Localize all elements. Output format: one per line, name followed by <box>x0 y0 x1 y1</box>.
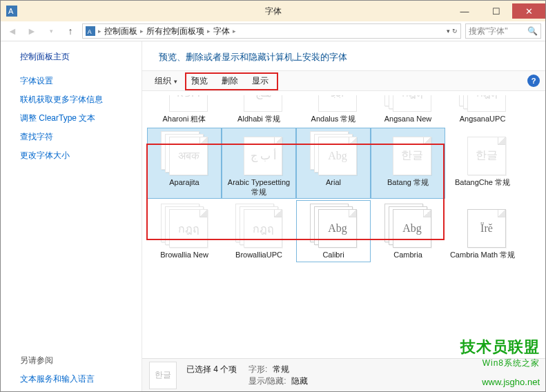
font-item[interactable]: 한글Batang 常规 <box>371 128 445 199</box>
sidebar-link[interactable]: 查找字符 <box>20 131 129 143</box>
control-panel-home[interactable]: 控制面板主页 <box>20 51 129 63</box>
font-thumbnail: هـﺞ <box>235 95 282 112</box>
status-bar: 한글 已选择 4 个项 字形: 常规 已选择 4 个项 显示/隐藏: 隐藏 <box>142 358 545 391</box>
font-thumbnail: أ ب ج <box>235 131 282 175</box>
font-label: AngsanaUPC <box>460 115 506 124</box>
forward-button[interactable]: ► <box>24 23 39 39</box>
font-item[interactable]: กฎฤAngsanaUPC <box>446 92 519 126</box>
status-showhide-value: 隐藏 <box>291 376 308 386</box>
svg-text:A: A <box>8 7 14 15</box>
font-thumbnail: Ϊrĕ <box>459 204 506 248</box>
font-label: Cambria <box>393 251 422 260</box>
toolbar: 组织 预览 删除 显示 ? <box>142 70 545 91</box>
font-thumbnail: Abg <box>310 204 357 248</box>
font-label: Aparajita <box>169 178 199 188</box>
organize-button[interactable]: 组织 <box>148 72 184 90</box>
font-thumbnail: 한글 <box>384 131 431 175</box>
show-button[interactable]: 显示 <box>245 72 275 90</box>
font-label: Arial <box>326 178 341 188</box>
font-item[interactable]: กฎฤBrowallia New <box>148 201 221 262</box>
breadcrumb-item[interactable]: 所有控制面板项 <box>146 26 204 37</box>
font-thumbnail: กฎฤ <box>235 204 282 248</box>
search-input[interactable]: 搜索"字体" 🔍 <box>465 23 541 39</box>
help-icon[interactable]: ? <box>527 75 540 87</box>
status-thumb: 한글 <box>149 362 177 389</box>
maximize-button[interactable]: ☐ <box>480 3 512 19</box>
font-thumbnail: ר.פא <box>161 95 208 112</box>
minimize-button[interactable]: — <box>449 3 480 19</box>
close-button[interactable]: ✕ <box>512 3 545 19</box>
titlebar: A 字体 — ☐ ✕ <box>1 1 545 21</box>
font-label: Angsana New <box>384 115 432 124</box>
font-item[interactable]: กฎฤAngsana New <box>371 92 445 126</box>
search-icon: 🔍 <box>527 26 538 36</box>
font-thumbnail: Abg <box>310 131 357 175</box>
font-item[interactable]: أ ب جArabic Typesetting 常规 <box>222 128 295 199</box>
app-icon: A <box>6 6 17 17</box>
page-title: 预览、删除或者显示和隐藏计算机上安装的字体 <box>142 41 545 70</box>
status-style-value: 常规 <box>273 364 289 374</box>
font-label: Calibri <box>322 251 344 260</box>
sidebar-link[interactable]: 文本服务和输入语言 <box>20 373 129 385</box>
breadcrumb-item[interactable]: 字体 <box>213 26 230 37</box>
font-item[interactable]: ΪrĕCambria Math 常规 <box>446 201 519 262</box>
font-item[interactable]: أﺑﺠAndalus 常规 <box>297 92 370 126</box>
font-thumbnail: 한글 <box>459 131 506 175</box>
font-item[interactable]: กฎฤBrowalliaUPC <box>222 201 295 262</box>
search-placeholder: 搜索"字体" <box>469 26 508 37</box>
font-thumbnail: अबक <box>161 131 208 175</box>
window-title: 字体 <box>265 6 282 17</box>
font-item[interactable]: AbgCambria <box>371 201 445 262</box>
main-panel: 预览、删除或者显示和隐藏计算机上安装的字体 组织 预览 删除 显示 ? ר.פא… <box>142 41 545 391</box>
breadcrumb[interactable]: A ▸ 控制面板 ▸ 所有控制面板项 ▸ 字体 ▸ ▾ ↻ <box>82 23 461 39</box>
breadcrumb-item[interactable]: 控制面板 <box>104 26 137 37</box>
up-button[interactable]: ↑ <box>63 23 78 39</box>
font-item[interactable]: 한글BatangChe 常规 <box>446 128 519 199</box>
font-item[interactable]: AbgCalibri <box>297 201 370 262</box>
font-item[interactable]: AbgArial <box>297 128 370 199</box>
back-button[interactable]: ◄ <box>5 23 20 39</box>
font-label: BrowalliaUPC <box>235 251 282 260</box>
font-label: Batang 常规 <box>387 178 429 188</box>
sidebar-link[interactable]: 调整 ClearType 文本 <box>20 112 129 124</box>
sidebar-link[interactable]: 更改字体大小 <box>20 150 129 161</box>
sidebar-link[interactable]: 联机获取更多字体信息 <box>20 94 129 106</box>
font-thumbnail: กฎฤ <box>459 95 506 112</box>
svg-text:A: A <box>88 28 92 35</box>
font-label: BatangChe 常规 <box>455 178 510 188</box>
font-item[interactable]: ר.פאAharoni 粗体 <box>148 92 221 126</box>
sidebar: 控制面板主页 字体设置 联机获取更多字体信息 调整 ClearType 文本 查… <box>1 41 142 391</box>
font-grid: ר.פאAharoni 粗体هـﺞAldhabi 常规أﺑﺠAndalus 常规… <box>142 91 545 263</box>
font-label: Aharoni 粗体 <box>163 115 206 124</box>
sidebar-link[interactable]: 字体设置 <box>20 75 129 87</box>
font-thumbnail: أﺑﺠ <box>310 95 357 112</box>
font-label: Browallia New <box>160 251 208 260</box>
status-count: 已选择 4 个项 <box>186 364 237 374</box>
see-also-header: 另请参阅 <box>20 355 129 366</box>
preview-button[interactable]: 预览 <box>184 72 215 90</box>
font-label: Arabic Typesetting 常规 <box>224 178 293 197</box>
status-showhide-label: 显示/隐藏: <box>248 376 286 386</box>
font-item[interactable]: अबकAparajita <box>148 128 221 199</box>
font-label: Cambria Math 常规 <box>450 251 515 260</box>
font-thumbnail: กฎฤ <box>384 95 431 112</box>
font-thumbnail: กฎฤ <box>161 204 208 248</box>
folder-icon: A <box>86 26 95 36</box>
font-label: Aldhabi 常规 <box>237 115 280 124</box>
dropdown-history[interactable]: ▾ <box>43 23 59 39</box>
font-item[interactable]: هـﺞAldhabi 常规 <box>222 92 295 126</box>
font-thumbnail: Abg <box>384 204 431 248</box>
delete-button[interactable]: 删除 <box>215 72 245 90</box>
status-style-label: 字形: <box>248 364 267 374</box>
refresh-icon[interactable]: ▾ ↻ <box>447 28 458 35</box>
navbar: ◄ ► ▾ ↑ A ▸ 控制面板 ▸ 所有控制面板项 ▸ 字体 ▸ ▾ ↻ 搜索… <box>1 21 545 41</box>
font-label: Andalus 常规 <box>311 115 356 124</box>
